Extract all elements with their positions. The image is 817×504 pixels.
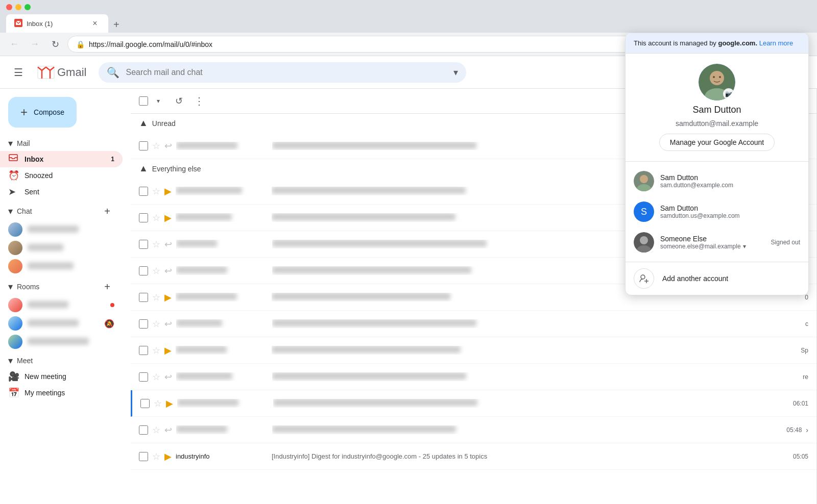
room-3[interactable] [0,333,123,351]
forward-icon-2: ▶ [164,212,172,223]
email-checkbox-u1[interactable] [139,141,148,150]
new-tab-button[interactable]: + [109,17,124,33]
forward-button[interactable]: → [27,36,43,53]
email-checkbox-10[interactable] [139,425,148,435]
rooms-add-button[interactable]: + [100,280,114,294]
star-icon-3[interactable]: ☆ [152,239,160,250]
forward-icon-10: ↩ [164,424,172,436]
active-tab[interactable]: Inbox (1) × [6,14,108,33]
star-icon-u1[interactable]: ☆ [152,140,160,152]
email-time-10: 05:48 [776,426,802,434]
add-account-item[interactable]: Add another account [626,262,808,295]
email-row-7[interactable]: ☆ ▶ Sp [131,337,816,364]
rooms-section-header[interactable]: ▾ Rooms [8,281,100,292]
refresh-button[interactable]: ↺ [171,93,187,109]
star-icon-11[interactable]: ☆ [152,451,160,462]
chat-add-button[interactable]: + [100,204,114,218]
back-button[interactable]: ← [6,36,22,53]
mail-section-header[interactable]: ▾ Mail [0,136,131,151]
chat-contact-3[interactable] [0,257,123,275]
chat-section-header[interactable]: ▾ Chat [8,206,100,217]
sent-icon: ➤ [8,186,18,197]
gmail-logo: Gmail [37,65,86,80]
email-row-11[interactable]: ☆ ▶ industryinfo [Industryinfo] Digest f… [131,443,816,470]
tab-favicon [14,19,22,29]
star-icon-2[interactable]: ☆ [152,212,160,223]
star-icon-4[interactable]: ☆ [152,265,160,276]
star-icon-6[interactable]: ☆ [152,318,160,330]
account-item-1[interactable]: Sam Dutton sam.dutton@example.com [626,166,808,196]
email-row-10[interactable]: ☆ ↩ 05:48 › [131,417,816,443]
email-checkbox-9[interactable] [140,399,150,408]
room-2[interactable]: 🔕 [0,314,123,333]
star-icon-5[interactable]: ☆ [152,292,160,303]
manage-google-account-button[interactable]: Manage your Google Account [659,134,775,151]
meet-toggle-icon: ▾ [8,355,13,366]
email-checkbox-6[interactable] [139,319,148,329]
star-icon-7[interactable]: ☆ [152,345,160,356]
reload-button[interactable]: ↻ [47,36,63,53]
email-checkbox-3[interactable] [139,240,148,249]
snoozed-icon: ⏰ [8,170,18,181]
chat-contact-1[interactable] [0,220,123,239]
sidebar-item-new-meeting[interactable]: 🎥 New meeting [0,368,123,385]
chat-contact-2[interactable] [0,239,123,257]
meet-section-header[interactable]: ▾ Meet [0,353,131,368]
compose-button[interactable]: + Compose [8,97,77,128]
account-item-3[interactable]: Someone Else someone.else@mail.example ▾… [626,227,808,258]
new-meeting-label: New meeting [25,372,114,381]
email-row-6[interactable]: ☆ ↩ c [131,311,816,337]
select-dropdown-button[interactable]: ▾ [150,93,166,109]
sent-label: Sent [25,188,114,196]
expand-thread-button[interactable]: › [806,426,808,434]
add-account-label: Add another account [662,274,728,283]
forward-icon-6: ↩ [164,318,172,330]
minimize-traffic-light[interactable] [15,4,21,10]
email-sender-2 [176,213,268,222]
star-icon-8[interactable]: ☆ [152,371,160,383]
email-checkbox-8[interactable] [139,372,148,382]
forward-icon-7: ▶ [164,345,172,356]
learn-more-link[interactable]: Learn more [759,39,793,47]
fullscreen-traffic-light[interactable] [25,4,31,10]
camera-edit-icon[interactable]: 📷 [723,88,734,99]
account-item-2[interactable]: S Sam Dutton samdutton.us@example.com [626,196,808,227]
chat-name-1 [28,225,114,234]
email-checkbox-7[interactable] [139,346,148,355]
email-sender-1 [176,187,268,195]
star-icon-1[interactable]: ☆ [152,186,160,197]
email-checkbox-5[interactable] [139,293,148,302]
star-icon-10[interactable]: ☆ [152,424,160,436]
room-name-1 [28,301,103,309]
svg-rect-1 [38,66,54,79]
email-time-7: Sp [783,347,808,354]
search-input[interactable] [126,68,447,77]
email-row-8[interactable]: ☆ ↩ re [131,364,816,390]
more-options-button[interactable]: ⋮ [191,93,207,109]
sidebar-item-my-meetings[interactable]: 📅 My meetings [0,385,123,401]
email-checkbox-11[interactable] [139,452,148,461]
unread-section-title: Unread [152,119,176,128]
email-preview-11: [Industryinfo] Digest for industryinfo@g… [272,452,779,460]
email-sender-10 [176,425,268,434]
email-preview-8 [272,372,779,381]
email-checkbox-4[interactable] [139,266,148,275]
email-sender-8 [176,372,268,381]
close-traffic-light[interactable] [6,4,12,10]
email-row-9[interactable]: ☆ ▶ 06:01 [131,390,816,417]
select-all-checkbox[interactable] [139,96,148,106]
email-checkbox-1[interactable] [139,187,148,196]
email-checkbox-2[interactable] [139,213,148,222]
signed-out-label: Signed out [771,239,800,246]
sidebar-item-sent[interactable]: ➤ Sent [0,184,123,200]
main-menu-button[interactable]: ☰ [8,62,29,83]
search-dropdown-icon[interactable]: ▾ [453,67,458,78]
sidebar-item-inbox[interactable]: Inbox 1 [0,151,123,167]
svg-point-26 [641,275,645,279]
room-avatar-1 [8,298,22,312]
room-1[interactable] [0,296,123,314]
tab-close-button[interactable]: × [90,18,100,29]
star-icon-9[interactable]: ☆ [154,398,162,409]
email-preview-10 [272,425,772,434]
sidebar-item-snoozed[interactable]: ⏰ Snoozed [0,167,123,184]
